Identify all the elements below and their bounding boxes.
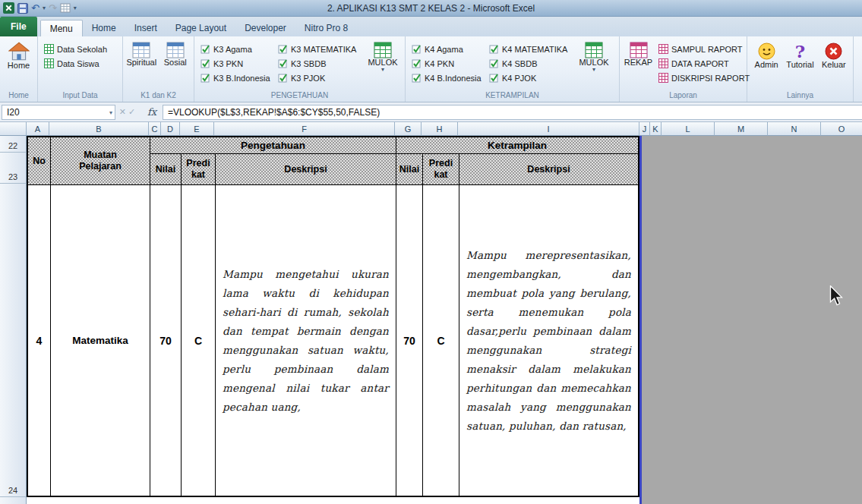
cell-deskripsi-pengetahuan-header[interactable]: Deskripsi [216,154,396,185]
chevron-down-icon: ▾ [381,68,384,72]
column-header-o[interactable]: O [821,122,862,136]
cell-nilai-pengetahuan-header[interactable]: Nilai [150,154,182,185]
admin-button[interactable]: Admin [750,39,783,71]
k3-sbdb-button[interactable]: K3 SBDB [274,56,365,71]
column-header-n[interactable]: N [768,122,821,136]
formula-bar: I20 ▾ ✕✓ fx =VLOOKUP($L$3,REKAP!$A$6:$CY… [0,102,862,122]
row-header-partial[interactable] [0,497,27,504]
cell-text: Ketrampilan [488,140,547,151]
k3-bindonesia-button[interactable]: K3 B.Indonesia [197,71,274,85]
column-header-h[interactable]: H [422,122,458,136]
k4-pkn-button[interactable]: K4 PKN [408,56,485,71]
column-header-k[interactable]: K [650,122,661,136]
data-siswa-button[interactable]: Data Siswa [40,56,111,71]
spiritual-button[interactable]: Spiritual [125,39,158,68]
diskripsi-raport-button[interactable]: DISKRIPSI RAPORT [655,71,744,85]
k4-agama-button[interactable]: K4 Agama [408,42,485,56]
k3-pkn-button[interactable]: K3 PKN [197,56,274,71]
k3-matematika-button[interactable]: K3 MATEMATIKA [274,42,365,56]
column-header-i[interactable]: I [458,122,639,136]
cell-predikat-ketrampilan-header[interactable]: Predi kat [423,154,459,185]
outside-print-area[interactable] [642,136,862,504]
tab-developer[interactable]: Developer [235,20,295,36]
sosial-button[interactable]: Sosial [159,39,192,68]
column-header-f[interactable]: F [214,122,395,136]
cell-ketrampilan-header[interactable]: Ketrampilan [396,137,638,154]
mulok-pengetahuan-button[interactable]: MULOK ▾ [365,39,400,73]
name-box[interactable]: I20 ▾ [2,105,115,120]
group-label: Laporan [620,90,747,102]
page-break-line [639,136,642,504]
mulok-ketrampilan-button[interactable]: MULOK ▾ [576,39,611,73]
row-header-22[interactable]: 22 [0,136,27,153]
cell-text: Predi kat [428,158,455,181]
row-25-partial[interactable] [27,497,639,504]
data-sekolah-button[interactable]: Data Sekolah [40,42,111,56]
group-label: PENGETAHUAN [194,90,405,102]
column-header-e[interactable]: E [180,122,214,136]
column-header-l[interactable]: L [661,122,715,136]
cell-deskripsi-ketrampilan-header[interactable]: Deskripsi [459,154,638,185]
tab-nitro-pro-8[interactable]: Nitro Pro 8 [295,20,357,36]
button-label: K4 B.Indonesia [425,74,482,83]
tab-menu[interactable]: Menu [40,20,83,36]
sampul-raport-button[interactable]: SAMPUL RAPORT [655,42,744,56]
cell-deskripsi-ketrampilan-value[interactable]: Mampu merepresentasikan, mengembangkan, … [459,185,638,496]
select-all-corner[interactable] [0,122,27,136]
rekap-button[interactable]: REKAP [622,39,655,68]
cell-deskripsi-pengetahuan-value[interactable]: Mampu mengetahui ukuran lama waktu di ke… [216,185,396,496]
k3-agama-button[interactable]: K3 Agama [197,42,274,56]
ribbon-group-laporan: REKAP SAMPUL RAPORT DATA RAPORT DISKRIPS… [620,36,747,102]
cell-text: Pengetahuan [241,140,305,151]
k3-pjok-button[interactable]: K3 PJOK [274,71,365,85]
insert-function-button[interactable]: fx [141,106,163,118]
k4-pjok-button[interactable]: K4 PJOK [485,71,576,85]
tab-home[interactable]: Home [83,20,125,36]
row-header-23[interactable]: 23 [0,153,27,184]
cell-nilai-pengetahuan-value[interactable]: 70 [150,185,182,496]
home-button[interactable]: Home [2,39,35,71]
report-table: No Muatan Pelajaran Pengetahuan Ketrampi… [27,136,639,497]
button-label: K3 MATEMATIKA [291,45,356,54]
column-header-g[interactable]: G [395,122,422,136]
cell-text: Mampu mengetahui ukuran lama waktu di ke… [223,265,389,417]
column-header-m[interactable]: M [715,122,768,136]
cell-muatan-pelajaran-header[interactable]: Muatan Pelajaran [51,137,150,185]
cell-muatan-value[interactable]: Matematika [51,185,150,496]
button-label: Tutorial [786,61,813,70]
k4-sbdb-button[interactable]: K4 SBDB [485,56,576,71]
cell-nilai-ketrampilan-header[interactable]: Nilai [396,154,423,185]
row-header-24[interactable]: 24 [0,184,27,497]
ribbon-group-pengetahuan: K3 Agama K3 PKN K3 B.Indonesia K3 MATEMA… [194,36,406,102]
cell-no-value[interactable]: 4 [28,185,51,496]
tutorial-button[interactable]: ? Tutorial [783,39,816,71]
tab-insert[interactable]: Insert [125,20,166,36]
column-header-b[interactable]: B [49,122,149,136]
column-header-a[interactable]: A [27,122,49,136]
name-box-dropdown-icon[interactable]: ▾ [109,109,112,116]
k4-bindonesia-button[interactable]: K4 B.Indonesia [408,71,485,85]
ribbon-group-lainnya: Admin ? Tutorial Keluar Lainnya [747,36,854,102]
column-header-d[interactable]: D [161,122,180,136]
button-label: Keluar [822,61,846,70]
keluar-button[interactable]: Keluar [817,39,851,71]
cell-pengetahuan-header[interactable]: Pengetahuan [150,137,396,154]
column-header-j[interactable]: J [639,122,650,136]
data-raport-button[interactable]: DATA RAPORT [655,56,744,71]
cell-predikat-pengetahuan-value[interactable]: C [182,185,216,496]
cell-predikat-pengetahuan-header[interactable]: Predi kat [182,154,216,185]
button-label: DATA RAPORT [671,59,729,68]
home-icon [8,42,30,61]
cell-predikat-ketrampilan-value[interactable]: C [423,185,459,496]
button-label: DISKRIPSI RAPORT [671,74,750,83]
ribbon-group-k1-dan-k2: Spiritual Sosial K1 dan K2 [123,36,194,102]
k4-matematika-button[interactable]: K4 MATEMATIKA [485,42,576,56]
cell-nilai-ketrampilan-value[interactable]: 70 [396,185,423,496]
formula-input[interactable]: =VLOOKUP($L$3,REKAP!$A$6:$CY$55,50,FALSE… [163,105,862,120]
button-label: K4 PJOK [502,74,536,83]
cell-no-header[interactable]: No [28,137,51,185]
tab-file[interactable]: File [0,17,37,36]
table-green-icon [585,42,603,58]
tab-page-layout[interactable]: Page Layout [166,20,235,36]
column-header-c[interactable]: C [149,122,161,136]
